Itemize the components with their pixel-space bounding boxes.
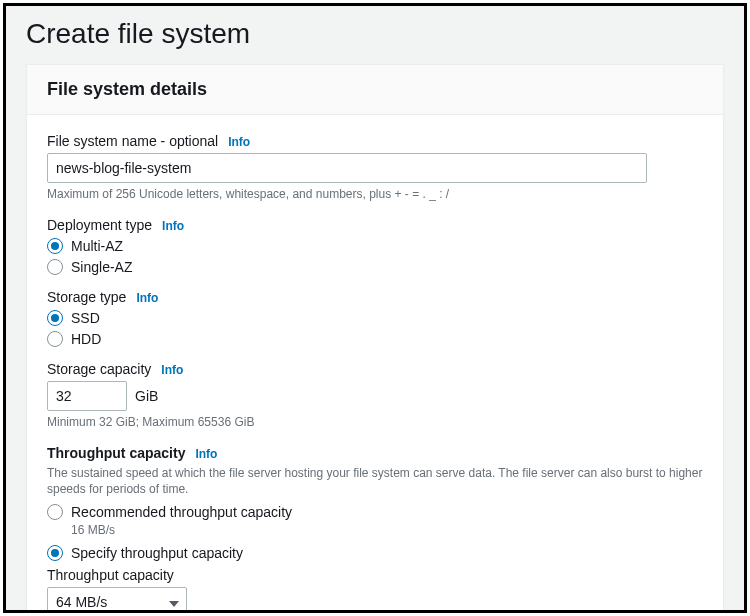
file-system-name-label: File system name - optional <box>47 133 218 149</box>
field-label-row: Storage capacity Info <box>47 361 703 377</box>
storage-type-field: Storage type Info SSD HDD <box>47 289 703 347</box>
radio-label: Recommended throughput capacity <box>71 504 292 520</box>
storage-capacity-input-group: GiB <box>47 381 703 411</box>
radio-icon <box>47 504 63 520</box>
radio-label: HDD <box>71 331 101 347</box>
radio-multi-az[interactable]: Multi-AZ <box>47 238 703 254</box>
panel-header: File system details <box>27 65 723 115</box>
radio-hdd[interactable]: HDD <box>47 331 703 347</box>
radio-icon <box>47 310 63 326</box>
radio-label: Single-AZ <box>71 259 132 275</box>
throughput-select-value: 64 MB/s <box>56 594 107 610</box>
storage-capacity-unit: GiB <box>135 388 158 404</box>
storage-capacity-hint: Minimum 32 GiB; Maximum 65536 GiB <box>47 414 703 431</box>
radio-recommended-throughput[interactable]: Recommended throughput capacity <box>47 504 703 520</box>
storage-capacity-label: Storage capacity <box>47 361 151 377</box>
page-title: Create file system <box>6 6 744 64</box>
storage-capacity-input[interactable] <box>47 381 127 411</box>
throughput-capacity-label: Throughput capacity <box>47 445 185 461</box>
deployment-type-label: Deployment type <box>47 217 152 233</box>
throughput-select-label: Throughput capacity <box>47 567 703 583</box>
panel-title: File system details <box>47 79 703 100</box>
radio-icon <box>47 331 63 347</box>
file-system-name-field: File system name - optional Info Maximum… <box>47 133 703 203</box>
page-container: Create file system File system details F… <box>3 3 747 613</box>
radio-ssd[interactable]: SSD <box>47 310 703 326</box>
field-label-row: File system name - optional Info <box>47 133 703 149</box>
storage-type-label: Storage type <box>47 289 126 305</box>
recommended-throughput-value: 16 MB/s <box>71 523 703 537</box>
radio-icon <box>47 259 63 275</box>
radio-label: Specify throughput capacity <box>71 545 243 561</box>
field-label-row: Deployment type Info <box>47 217 703 233</box>
info-link[interactable]: Info <box>161 363 183 377</box>
radio-specify-throughput[interactable]: Specify throughput capacity <box>47 545 703 561</box>
info-link[interactable]: Info <box>228 135 250 149</box>
file-system-name-input[interactable] <box>47 153 647 183</box>
info-link[interactable]: Info <box>136 291 158 305</box>
throughput-select[interactable]: 64 MB/s <box>47 587 187 613</box>
radio-single-az[interactable]: Single-AZ <box>47 259 703 275</box>
field-label-row: Throughput capacity Info <box>47 445 703 461</box>
panel-body: File system name - optional Info Maximum… <box>27 115 723 613</box>
throughput-select-box: 64 MB/s <box>47 587 187 613</box>
deployment-type-field: Deployment type Info Multi-AZ Single-AZ <box>47 217 703 275</box>
radio-label: Multi-AZ <box>71 238 123 254</box>
radio-label: SSD <box>71 310 100 326</box>
file-system-name-hint: Maximum of 256 Unicode letters, whitespa… <box>47 186 703 203</box>
storage-capacity-field: Storage capacity Info GiB Minimum 32 GiB… <box>47 361 703 431</box>
file-system-details-panel: File system details File system name - o… <box>26 64 724 613</box>
radio-icon <box>47 238 63 254</box>
field-label-row: Storage type Info <box>47 289 703 305</box>
throughput-capacity-description: The sustained speed at which the file se… <box>47 465 703 499</box>
info-link[interactable]: Info <box>195 447 217 461</box>
throughput-capacity-field: Throughput capacity Info The sustained s… <box>47 445 703 613</box>
info-link[interactable]: Info <box>162 219 184 233</box>
radio-icon <box>47 545 63 561</box>
